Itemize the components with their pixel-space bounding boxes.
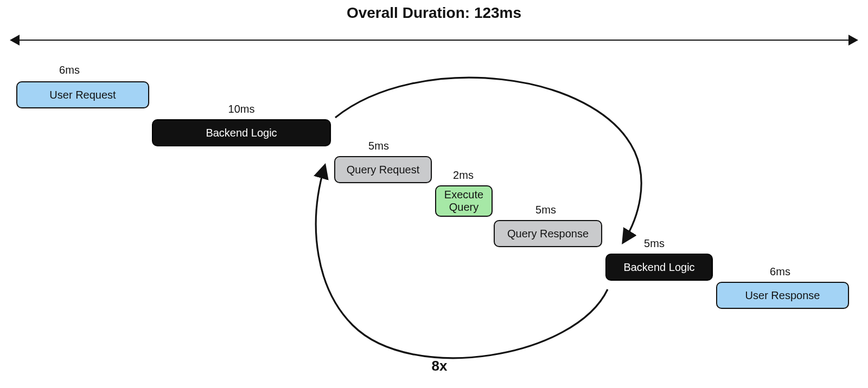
label-backend-logic-1: Backend Logic [206,127,277,139]
label-backend-logic-2: Backend Logic [623,261,694,274]
label-execute-query: Execute Query [444,189,483,214]
time-axis [11,34,857,47]
block-user-response: User Response [716,282,849,309]
block-query-request: Query Request [334,156,432,183]
diagram-stage: Overall Duration: 123ms 6ms User Request… [0,0,868,388]
duration-user-response: 6ms [770,266,790,278]
loop-count-label: 8x [432,358,448,374]
label-query-response: Query Response [507,228,589,240]
duration-execute-query: 2ms [453,169,474,182]
block-backend-logic-2: Backend Logic [605,254,713,281]
block-query-response: Query Response [494,220,602,247]
label-user-request: User Request [49,89,116,101]
block-backend-logic-1: Backend Logic [152,119,331,146]
duration-backend-logic-1: 10ms [228,103,255,115]
block-user-request: User Request [16,81,149,108]
loop-arrows-icon [0,0,868,388]
duration-query-response: 5ms [535,204,556,216]
arrow-right-icon [848,35,858,46]
overall-duration-title: Overall Duration: 123ms [0,4,868,22]
block-execute-query: Execute Query [435,185,493,217]
duration-user-request: 6ms [59,64,80,76]
axis-line [11,40,857,41]
label-user-response: User Response [745,289,820,302]
label-query-request: Query Request [347,164,420,176]
duration-query-request: 5ms [368,140,389,152]
duration-backend-logic-2: 5ms [644,237,665,250]
